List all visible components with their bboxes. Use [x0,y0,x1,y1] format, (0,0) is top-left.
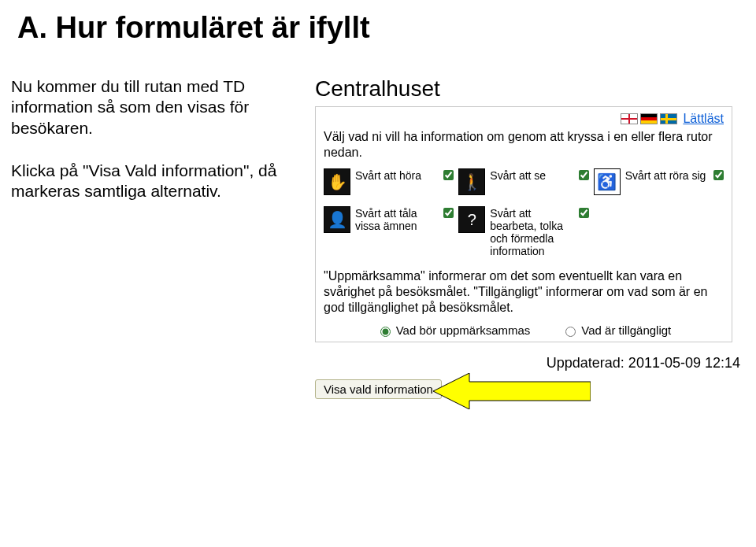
panel-intro: Välj vad ni vill ha information om genom… [324,129,724,161]
svg-marker-0 [433,373,591,409]
language-row: Lättläst [324,112,724,126]
option-hear-checkbox[interactable] [443,170,454,180]
radio-attention-label: Vad bör uppmärksammas [396,323,531,337]
show-selected-info-button[interactable]: Visa vald information [315,379,442,399]
ear-icon: ✋ [324,168,350,195]
radio-attention-input[interactable] [380,327,391,337]
flag-uk-icon[interactable] [621,113,638,124]
option-label: Svårt att tåla vissa ämnen [355,206,437,232]
radio-accessible-label: Vad är tillgängligt [581,323,671,337]
instruction-line-2: Klicka på "Visa Vald information", då ma… [11,161,310,202]
instruction-line-1: Nu kommer du till rutan med TD informati… [11,76,310,139]
option-move: ♿ Svårt att röra sig [594,168,724,195]
panel-explanation: "Uppmärksamma" informerar om det som eve… [324,268,724,316]
highlight-arrow-icon [433,373,591,409]
head-icon: 👤 [324,206,350,233]
radio-accessible-input[interactable] [565,327,576,337]
option-process-checkbox[interactable] [579,208,589,218]
option-process: ? Svårt att bearbeta, tolka och förmedla… [458,206,588,257]
panel-heading: Centralhuset [315,76,745,102]
option-see-checkbox[interactable] [579,170,589,180]
radio-accessible[interactable]: Vad är tillgängligt [561,323,671,337]
radio-attention[interactable]: Vad bör uppmärksammas [376,323,531,337]
flag-se-icon[interactable] [660,113,677,124]
option-label: Svårt att bearbeta, tolka och förmedla i… [490,206,572,257]
flag-de-icon[interactable] [640,113,658,124]
info-panel: Lättläst Välj vad ni vill ha information… [315,106,732,342]
option-hear: ✋ Svårt att höra [324,168,454,195]
question-icon: ? [458,206,485,233]
option-label: Svårt att se [490,168,572,182]
option-label: Svårt att röra sig [625,168,707,182]
option-label: Svårt att höra [355,168,437,182]
option-move-checkbox[interactable] [713,170,724,180]
page-title: A. Hur formuläret är ifyllt [17,11,745,45]
option-see: 🚶 Svårt att se [458,168,588,195]
option-substances-checkbox[interactable] [443,208,454,218]
instructions: Nu kommer du till rutan med TD informati… [11,76,310,224]
easy-read-link[interactable]: Lättläst [683,112,724,126]
option-substances: 👤 Svårt att tåla vissa ämnen [324,206,454,257]
updated-text: Uppdaterad: 2011-05-09 12:14 [315,355,740,371]
wheelchair-icon: ♿ [594,168,621,195]
eye-icon: 🚶 [458,168,485,195]
